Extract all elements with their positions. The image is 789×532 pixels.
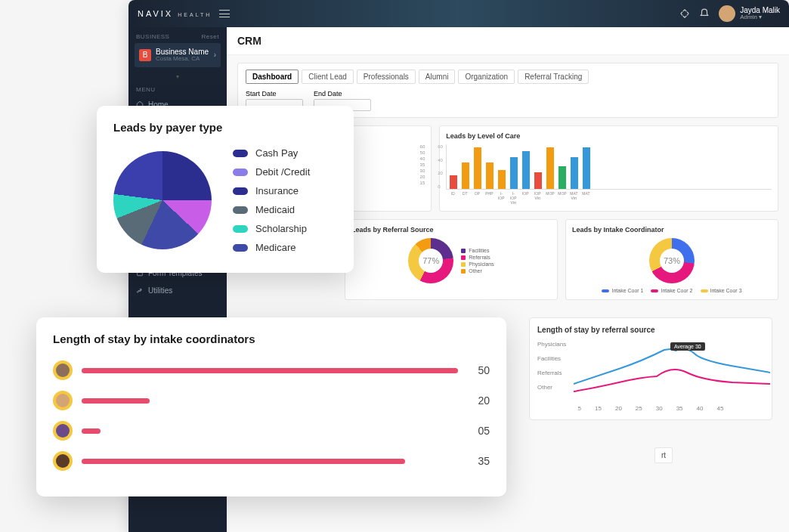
coordinator-avatar <box>53 360 73 380</box>
los-row: 20 <box>53 391 490 410</box>
coordinator-avatar <box>53 391 73 410</box>
bell-icon[interactable] <box>699 8 710 19</box>
los-row: 05 <box>53 421 490 441</box>
sidebar-item-utilities[interactable]: Utilities <box>128 282 227 299</box>
tab-row: Dashboard Client Lead Professionals Alum… <box>238 63 778 87</box>
business-selector[interactable]: B Business Name Costa Mesa, CA › <box>135 43 221 67</box>
report-stub[interactable]: rt <box>654 447 673 463</box>
topbar: NAVIX HEALTH Jayda Malik Admin ▾ <box>128 0 789 27</box>
payer-title: Leads by payer type <box>113 121 337 134</box>
wrench-icon <box>136 286 144 294</box>
logo: NAVIX HEALTH <box>138 9 212 18</box>
page-title: CRM <box>227 27 789 55</box>
start-date-label: Start Date <box>246 90 303 97</box>
sidebar-section-menu: MENU <box>128 80 227 96</box>
user-menu[interactable]: Jayda Malik Admin ▾ <box>719 5 780 22</box>
chart-tooltip: Average 30 <box>670 342 705 351</box>
card-los-intake: Length of stay by intake coordinators 50… <box>36 317 506 496</box>
coordinator-avatar <box>53 421 73 441</box>
expand-icon[interactable] <box>679 8 690 19</box>
tab-alumni[interactable]: Alumni <box>419 70 456 84</box>
pie-chart-payer <box>113 151 212 249</box>
widget-intake-coordinator: Leads by Intake Coordinator 73% Intake C… <box>565 219 778 300</box>
donut-referral: 77% <box>408 238 453 283</box>
widget-referral-source: Leads by Referral Source 77% Facilities … <box>345 219 558 300</box>
card-los-referral: Length of stay by referral source Physic… <box>529 317 772 420</box>
sidebar-section-business: BUSINESS Reset <box>128 27 227 43</box>
tab-dashboard[interactable]: Dashboard <box>246 70 299 84</box>
chevron-right-icon: › <box>214 51 216 59</box>
los-row: 35 <box>53 451 490 471</box>
los-title: Length of stay by intake coordinators <box>53 332 490 345</box>
tab-organization[interactable]: Organization <box>458 70 515 84</box>
tab-referral-tracking[interactable]: Referral Tracking <box>518 70 589 84</box>
bar-chart-loc: 6040200 <box>446 144 772 190</box>
reset-link[interactable]: Reset <box>202 33 219 40</box>
coordinator-avatar <box>53 451 73 471</box>
user-role: Admin ▾ <box>740 14 780 21</box>
widget-level-of-care: Leads by Level of Care 6040200 <box>439 125 778 212</box>
los-row: 50 <box>53 360 490 380</box>
hamburger-icon[interactable] <box>219 10 230 17</box>
end-date-label: End Date <box>314 90 371 97</box>
tab-professionals[interactable]: Professionals <box>357 70 416 84</box>
tab-client-lead[interactable]: Client Lead <box>302 70 354 84</box>
donut-intake: 73% <box>649 238 695 283</box>
payer-legend: Cash Pay Debit /Credit Insurance Medicai… <box>233 147 310 253</box>
card-payer-type: Leads by payer type Cash Pay Debit /Cred… <box>97 106 354 273</box>
avatar <box>719 5 735 22</box>
business-icon: B <box>139 49 151 61</box>
